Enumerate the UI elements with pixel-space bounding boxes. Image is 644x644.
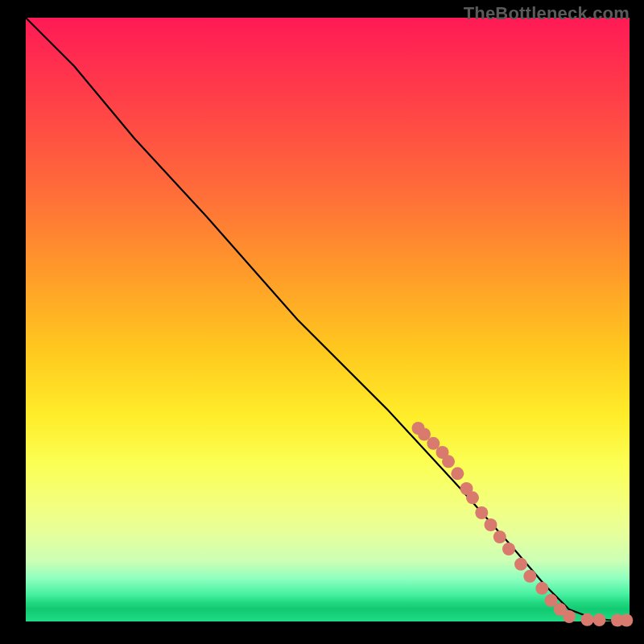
chart-svg — [26, 18, 630, 621]
chart-frame: TheBottleneck.com — [0, 0, 644, 644]
data-marker — [442, 455, 455, 468]
data-marker — [485, 518, 497, 531]
data-marker — [593, 613, 606, 626]
data-marker — [451, 467, 464, 480]
data-marker — [493, 530, 506, 543]
data-marker — [523, 570, 536, 583]
data-marker — [418, 428, 431, 441]
plot-area — [26, 18, 630, 621]
data-marker — [535, 582, 548, 595]
data-marker — [466, 491, 479, 504]
data-marker — [620, 614, 633, 627]
bottleneck-curve — [26, 18, 630, 621]
data-marker — [563, 610, 576, 623]
watermark-text: TheBottleneck.com — [464, 3, 630, 24]
bottleneck-markers — [412, 422, 634, 627]
data-marker — [502, 543, 515, 555]
data-marker — [581, 613, 594, 626]
data-marker — [475, 506, 488, 519]
data-marker — [514, 558, 527, 571]
